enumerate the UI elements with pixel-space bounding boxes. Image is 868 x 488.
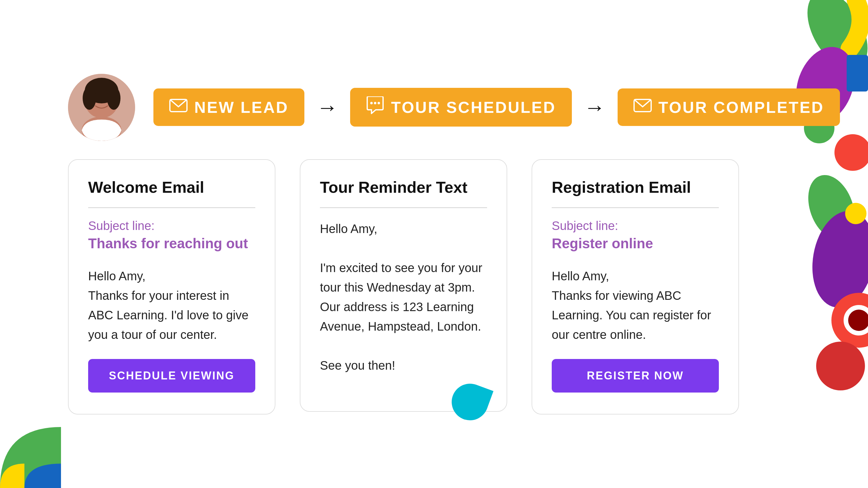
new-lead-icon (169, 97, 188, 117)
subject-value-1: Thanks for reaching out (88, 235, 255, 252)
stage-tour-completed: TOUR COMPLETED (618, 88, 840, 126)
subject-value-3: Register online (552, 235, 719, 252)
card-body-3: Hello Amy, Thanks for viewing ABC Learni… (552, 266, 719, 344)
tour-scheduled-label: TOUR SCHEDULED (391, 98, 556, 117)
subject-label-1: Subject line: (88, 219, 255, 233)
card-tour-reminder-title: Tour Reminder Text (320, 178, 487, 196)
subject-label-3: Subject line: (552, 219, 719, 233)
main-container: NEW LEAD → TOUR SCHEDULED → (0, 0, 868, 488)
svg-point-19 (374, 102, 376, 104)
card-divider-3 (552, 207, 719, 208)
card-welcome-title: Welcome Email (88, 178, 255, 196)
svg-point-14 (83, 87, 96, 110)
card-welcome-email: Welcome Email Subject line: Thanks for r… (68, 159, 275, 415)
card-divider-2 (320, 207, 487, 208)
tour-completed-icon (633, 97, 652, 117)
svg-point-20 (378, 102, 380, 104)
top-row: NEW LEAD → TOUR SCHEDULED → (68, 74, 800, 141)
svg-point-15 (107, 87, 121, 110)
card-divider-1 (88, 207, 255, 208)
stage-new-lead: NEW LEAD (153, 88, 304, 126)
card-registration-email: Registration Email Subject line: Registe… (532, 159, 739, 415)
card-body-2: Hello Amy, I'm excited to see you for yo… (320, 219, 487, 375)
svg-point-18 (370, 102, 373, 104)
avatar (68, 74, 135, 141)
arrow-2: → (584, 95, 606, 120)
card-registration-title: Registration Email (552, 178, 719, 196)
arrow-1: → (317, 95, 338, 120)
card-tour-reminder: Tour Reminder Text Hello Amy, I'm excite… (300, 159, 507, 412)
cyan-decoration (446, 378, 494, 425)
schedule-viewing-button[interactable]: SCHEDULE VIEWING (88, 359, 255, 393)
register-now-button[interactable]: REGISTER NOW (552, 359, 719, 393)
cards-row: Welcome Email Subject line: Thanks for r… (68, 159, 800, 415)
tour-scheduled-icon (366, 96, 384, 118)
card-body-1: Hello Amy, Thanks for your interest in A… (88, 266, 255, 344)
new-lead-label: NEW LEAD (194, 98, 288, 117)
stages-row: NEW LEAD → TOUR SCHEDULED → (153, 88, 840, 127)
tour-completed-label: TOUR COMPLETED (658, 98, 824, 117)
stage-tour-scheduled: TOUR SCHEDULED (350, 88, 571, 127)
